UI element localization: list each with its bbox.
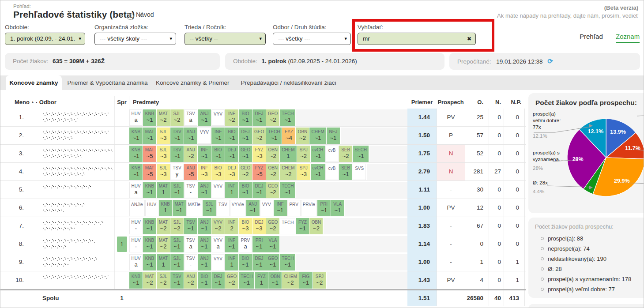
org-zlozka-select[interactable]: --- všetky školy --- ▾	[94, 33, 176, 45]
subject-code: VYV	[214, 256, 222, 262]
subject-grade: ~1	[133, 153, 139, 160]
subject-grade-chip: SJL~1	[203, 200, 216, 216]
subject-grade-chip: HUV-	[129, 218, 143, 234]
refresh-icon[interactable]: ⟳	[547, 57, 553, 65]
subject-code: MAT	[159, 220, 168, 225]
subject-grade: ~1	[174, 135, 181, 142]
odbor-select[interactable]: --- všetky --- ▾	[273, 33, 351, 45]
subject-grade-chip: PRI~1	[252, 236, 266, 252]
subject-code: INF	[228, 238, 235, 243]
subject-code: cvB	[328, 148, 336, 153]
subject-code: SJL	[173, 256, 181, 261]
table-row[interactable]: 10.KNB~1MAT~2SJL~2TSV~1ANJ~2BIO~1DEJ~1GE…	[0, 271, 526, 289]
table-row[interactable]: 5.HUVaKNB~1MAT1SJL~1TSV-ANJ~1VYVINF1BIO~…	[0, 181, 526, 199]
table-row[interactable]: 8.1HUV-KNB~1MAT~2SJL~1TSVaANJ~1VYVaINF~1…	[0, 235, 526, 253]
subject-code: ANJ	[187, 165, 195, 171]
subject-code: BIO	[214, 147, 222, 153]
subject-grade: ~2	[343, 153, 349, 160]
header-odbor: · Odbor	[36, 99, 56, 105]
subject-grade: 1	[162, 189, 165, 196]
subject-code: GEO	[268, 111, 278, 116]
clear-search-icon[interactable]: ✖	[467, 33, 471, 45]
prospech-summary-card: Počet žiakov podľa prospechu: prospel(a)…	[528, 218, 644, 298]
subject-grade: ~1	[174, 153, 181, 160]
column-header-np: N.P.	[504, 96, 525, 109]
behavior-grade-cell	[114, 199, 129, 217]
subject-grade: -	[190, 261, 192, 268]
subject-code: MAT	[159, 256, 168, 261]
obdobie-select-value: 1. polrok (02.09. - 24.01.	[10, 35, 75, 42]
subject-grade: ~1	[133, 171, 139, 178]
behavior-grade-chip: 1	[117, 237, 127, 252]
subject-grade-chip: cvB	[325, 146, 339, 162]
tab-2[interactable]: Priemer & Vypočítaná známka	[67, 75, 148, 90]
tab-4[interactable]: Prepadávajúci / neklasifikovaní žiaci	[239, 75, 338, 90]
subject-code: TECH	[241, 274, 252, 279]
pie-external-label: prospel(a) svyznamena…28%	[533, 150, 564, 172]
filter-label-org: Organizačná zložka:	[94, 24, 148, 30]
table-row[interactable]: 1.HUVaKNB~1MAT~2SJL~2TSVaANJ~1VYVINF~2BI…	[0, 109, 526, 127]
table-row[interactable]: 9.HUVaKNB~1MAT1SJL~1TSV-ANJ~1VYVINF1BIO~…	[0, 253, 526, 271]
tab-bar: Koncové známkyPriemer & Vypočítaná známk…	[0, 75, 644, 90]
subject-grade-chip: TSV-	[184, 254, 197, 270]
table-row[interactable]: 7.HUV-KNB~1MAT~2SJL~2TSV~1ANJ~1VYV~2INF2…	[0, 217, 526, 235]
prospech-cell: PV	[437, 271, 465, 289]
column-header-meno-odbor[interactable]: Meno▲· Odbor	[15, 96, 56, 109]
subject-grade-chip: OBN~2	[266, 146, 279, 162]
np-cell: 1	[504, 271, 525, 289]
subjects-cell: KNB~1MAT~2SJL~2TSV~1ANJ~2BIO~1DEJ~1GEO~2…	[129, 271, 407, 289]
next-card-edge	[528, 304, 644, 308]
np-cell: 0	[504, 163, 525, 180]
subject-grade-chip: SJL~3	[157, 164, 170, 180]
subject-grade-chip: TSV-	[184, 182, 197, 198]
table-row[interactable]: 2.KNB~1MAT~1SJL~3TSV~1ANJ~1VYVINF~1BIO~1…	[0, 127, 526, 145]
subject-grade: ~2	[174, 116, 181, 124]
search-input[interactable]: mr ✖	[358, 33, 476, 45]
view-switch-zoznam[interactable]: Zoznam	[616, 33, 640, 43]
np-cell: 0	[504, 127, 525, 144]
tab-1[interactable]: Koncové známky	[6, 75, 62, 90]
subject-code: CHEM	[284, 274, 297, 279]
student-name-redacted	[27, 163, 114, 180]
subject-grade: ~1	[256, 189, 263, 196]
subject-grade: ~1	[201, 153, 208, 160]
subject-grade-chip: MAT~5	[143, 146, 156, 162]
page-title[interactable]: Prehľadové štatistiky (beta)▾	[13, 9, 142, 20]
table-row[interactable]: 4.KNB~1MAT~5SJL~3TSVyANJ~5INF~3BIO~3DEJ~…	[0, 163, 526, 181]
obdobie-select[interactable]: 1. polrok (02.09. - 24.01. ▾	[5, 33, 85, 45]
n-cell: 0	[489, 271, 504, 289]
student-name-redacted	[27, 217, 114, 235]
absences-cell: 30	[465, 181, 489, 199]
table-row[interactable]: 6.ANJleHUVKNB1MAT~1MATleSJL~1TSVVYVleANJ…	[0, 199, 526, 217]
subject-grade-chip: KNB~1	[129, 272, 143, 289]
subject-grade-chip: MAT~2	[157, 109, 170, 126]
search-label: Vyhľadať:	[358, 24, 383, 30]
redacted-text-line	[42, 167, 113, 171]
subject-grade-chip: CHEM~2	[282, 272, 298, 289]
subject-grade-chip: TSV~1	[170, 146, 184, 162]
help-link[interactable]: ?Návod	[127, 11, 154, 20]
subject-grade-chip: OBN~2	[266, 164, 279, 180]
subject-grade-chip: SECH~1	[353, 146, 369, 162]
subject-grade: ~1	[242, 189, 249, 196]
subject-code: PRV	[289, 202, 298, 207]
subject-grade-chip: VYVle	[230, 200, 246, 216]
tab-3[interactable]: Koncové známky & Priemer	[156, 75, 229, 90]
behavior-grade-cell	[114, 127, 129, 144]
subject-grade-chip: ANJ~1	[198, 236, 211, 252]
student-name-redacted	[27, 181, 114, 199]
trieda-select[interactable]: -- všetky -- ▾	[185, 33, 266, 45]
subject-code: KNB	[145, 238, 154, 243]
subject-code: VYV	[262, 202, 271, 207]
subject-grade-chip: INF1	[225, 254, 238, 270]
table-row[interactable]: 3.KNB~1MAT~5SJL~3TSV~1ANJ~2INF~1BIO~1DEJ…	[0, 145, 526, 163]
redacted-text-line	[42, 203, 84, 207]
subject-grade: -	[135, 225, 137, 232]
np-cell: 0	[504, 199, 525, 217]
subject-grade-chip: TECH~1	[239, 272, 254, 289]
subject-grade-chip: DEJ~3	[225, 164, 238, 180]
subject-grade-chip: TSV	[216, 200, 230, 216]
subject-code: PRVle	[303, 202, 315, 207]
view-switch-prehlad[interactable]: Prehľad	[580, 33, 603, 40]
subject-code: MAT	[159, 184, 168, 189]
